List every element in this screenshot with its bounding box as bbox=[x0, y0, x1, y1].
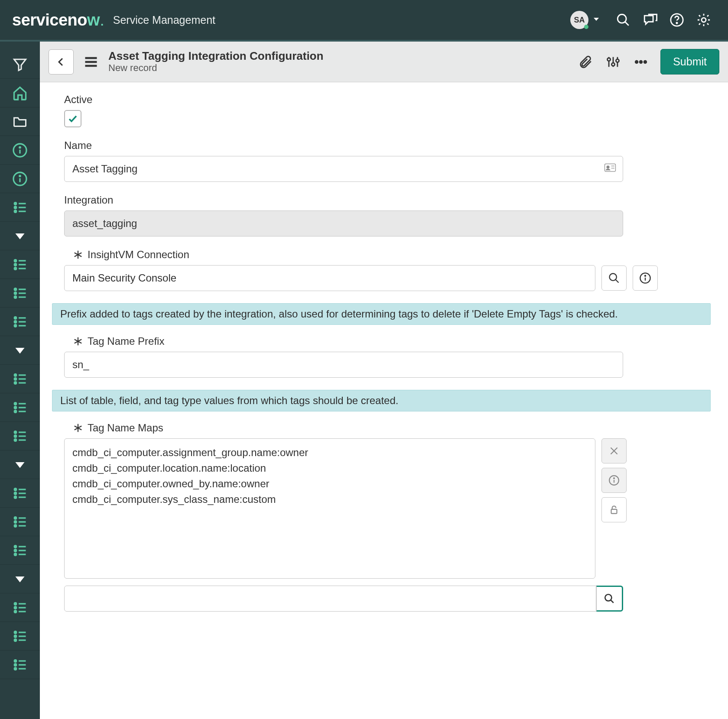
ivm-label-row: InsightVM Connection bbox=[73, 249, 711, 261]
rail-list-icon[interactable] bbox=[0, 250, 40, 279]
integration-input: asset_tagging bbox=[64, 211, 623, 236]
id-card-icon[interactable] bbox=[604, 161, 617, 177]
prefix-input[interactable]: sn_ bbox=[64, 352, 623, 378]
more-actions-icon[interactable] bbox=[629, 50, 653, 74]
svg-point-73 bbox=[14, 553, 16, 555]
rail-list-icon[interactable] bbox=[0, 536, 40, 565]
top-header: servicenow. Service Management SA bbox=[0, 0, 728, 42]
attachment-icon[interactable] bbox=[574, 50, 597, 74]
svg-point-90 bbox=[14, 664, 16, 666]
rail-list-icon[interactable] bbox=[0, 393, 40, 422]
svg-point-54 bbox=[14, 439, 16, 441]
rail-list-icon[interactable] bbox=[0, 508, 40, 536]
svg-point-8 bbox=[20, 147, 20, 148]
ivm-lookup-button[interactable] bbox=[601, 266, 627, 291]
rail-home-icon[interactable] bbox=[0, 79, 40, 107]
rail-collapse-icon[interactable] bbox=[0, 336, 40, 365]
svg-line-2 bbox=[625, 22, 629, 26]
active-checkbox[interactable] bbox=[64, 110, 81, 127]
form-area: Active Name Asset Tagging Integration bbox=[40, 82, 728, 719]
ivm-field: InsightVM Connection Main Security Conso… bbox=[64, 249, 711, 291]
svg-point-71 bbox=[14, 549, 16, 551]
rail-folder-icon[interactable] bbox=[0, 107, 40, 136]
rail-list-icon[interactable] bbox=[0, 622, 40, 651]
svg-point-61 bbox=[14, 496, 16, 498]
ivm-input[interactable]: Main Security Console bbox=[64, 265, 595, 291]
svg-point-4 bbox=[676, 23, 677, 23]
ivm-info-button[interactable] bbox=[633, 266, 658, 291]
maps-field: Tag Name Maps bbox=[64, 422, 711, 612]
record-title: Asset Tagging Integration Configuration bbox=[108, 50, 323, 62]
mandatory-icon bbox=[73, 249, 83, 260]
help-icon[interactable] bbox=[665, 8, 689, 32]
user-menu-caret[interactable] bbox=[593, 16, 600, 24]
brand-prefix: serviceno bbox=[12, 11, 87, 29]
maps-textarea[interactable] bbox=[64, 438, 595, 579]
rail-info-icon[interactable] bbox=[0, 136, 40, 165]
svg-point-44 bbox=[14, 402, 16, 405]
rail-list-icon[interactable] bbox=[0, 651, 40, 679]
svg-point-21 bbox=[14, 263, 16, 266]
context-menu-icon[interactable] bbox=[81, 54, 101, 70]
avatar[interactable]: SA bbox=[570, 11, 588, 29]
svg-point-110 bbox=[610, 274, 617, 281]
gear-icon[interactable] bbox=[692, 8, 716, 32]
svg-point-119 bbox=[614, 478, 614, 479]
rail-collapse-icon[interactable] bbox=[0, 222, 40, 250]
svg-point-12 bbox=[14, 202, 16, 204]
maps-search-input[interactable] bbox=[64, 586, 596, 612]
integration-label: Integration bbox=[64, 194, 711, 206]
prefix-label-row: Tag Name Prefix bbox=[73, 335, 711, 347]
svg-point-92 bbox=[14, 667, 16, 670]
rail-list-icon[interactable] bbox=[0, 479, 40, 508]
maps-clear-button[interactable] bbox=[601, 438, 627, 463]
maps-lock-button[interactable] bbox=[601, 497, 627, 522]
svg-point-59 bbox=[14, 492, 16, 494]
svg-point-107 bbox=[607, 166, 609, 168]
svg-point-42 bbox=[14, 382, 16, 384]
svg-point-31 bbox=[14, 317, 16, 319]
svg-point-86 bbox=[14, 639, 16, 641]
svg-point-5 bbox=[702, 18, 706, 22]
svg-point-80 bbox=[14, 610, 16, 612]
maps-search-button[interactable] bbox=[596, 586, 623, 612]
svg-point-121 bbox=[605, 594, 611, 601]
personalize-icon[interactable] bbox=[601, 50, 625, 74]
svg-point-19 bbox=[14, 259, 16, 262]
svg-point-1 bbox=[618, 14, 626, 23]
name-value: Asset Tagging bbox=[72, 163, 137, 175]
svg-point-33 bbox=[14, 321, 16, 323]
maps-label: Tag Name Maps bbox=[88, 422, 163, 434]
svg-point-16 bbox=[14, 210, 16, 212]
rail-collapse-icon[interactable] bbox=[0, 565, 40, 593]
svg-marker-0 bbox=[594, 18, 599, 21]
chat-icon[interactable] bbox=[638, 8, 662, 32]
rail-filter-icon[interactable] bbox=[0, 50, 40, 79]
ivm-value: Main Security Console bbox=[72, 272, 176, 284]
brand-suffix: w bbox=[87, 11, 100, 29]
name-input[interactable]: Asset Tagging bbox=[64, 156, 623, 182]
svg-point-52 bbox=[14, 435, 16, 437]
search-icon[interactable] bbox=[611, 8, 635, 32]
svg-point-50 bbox=[14, 431, 16, 433]
back-button[interactable] bbox=[49, 49, 74, 74]
rail-list-icon[interactable] bbox=[0, 279, 40, 308]
prefix-value: sn_ bbox=[72, 359, 89, 371]
maps-info-button[interactable] bbox=[601, 468, 627, 493]
rail-info-icon[interactable] bbox=[0, 165, 40, 193]
svg-point-103 bbox=[635, 61, 638, 63]
rail-list-icon[interactable] bbox=[0, 422, 40, 450]
rail-list-icon[interactable] bbox=[0, 193, 40, 222]
rail-list-icon[interactable] bbox=[0, 593, 40, 622]
rail-list-icon[interactable] bbox=[0, 365, 40, 393]
rail-list-icon[interactable] bbox=[0, 308, 40, 336]
svg-marker-37 bbox=[16, 348, 25, 354]
mandatory-icon bbox=[73, 336, 83, 347]
brand-logo: servicenow. bbox=[12, 11, 104, 29]
submit-button[interactable]: Submit bbox=[660, 49, 719, 74]
app-subtitle: Service Management bbox=[113, 14, 215, 26]
record-header: Asset Tagging Integration Configuration … bbox=[40, 42, 728, 82]
svg-point-46 bbox=[14, 406, 16, 408]
rail-collapse-icon[interactable] bbox=[0, 450, 40, 479]
svg-line-111 bbox=[616, 280, 619, 283]
